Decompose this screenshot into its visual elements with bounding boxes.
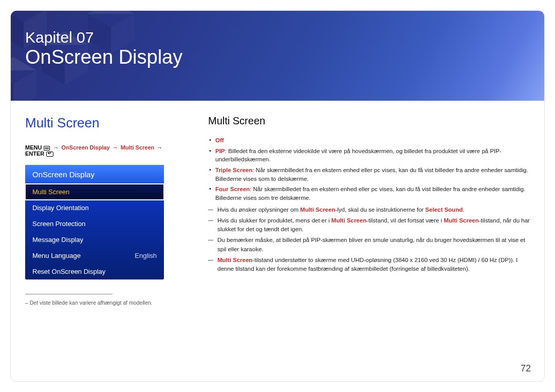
osd-header: OnScreen Display [25,165,164,184]
option-off: Off [208,136,530,145]
page-content: Multi Screen MENU → OnScreen Display → M… [11,101,544,306]
note-pip-unnatural: Du bemærker måske, at billedet på PIP-sk… [208,236,530,254]
breadcrumb-l2: Multi Screen [121,144,154,151]
option-label: Four Screen [215,186,250,192]
right-column: Multi Screen Off PIP: Billedet fra den e… [208,115,530,306]
osd-item-message-display[interactable]: Message Display [25,232,164,248]
chapter-name: OnScreen Display [25,47,182,68]
note-power-persist: Hvis du slukker for produktet, mens det … [208,216,530,234]
menu-breadcrumb: MENU → OnScreen Display → Multi Screen →… [25,144,179,157]
note-uhd-support: Multi Screen-tilstand understøtter to sk… [208,256,530,274]
note-text: Du bemærker måske, at billedet på PIP-sk… [217,237,525,252]
left-column: Multi Screen MENU → OnScreen Display → M… [25,115,179,306]
arrow-icon: → [52,144,60,151]
option-desc: : Når skærmbilledet fra en ekstern enhed… [215,167,528,182]
note-text: -lyd, skal du se instruktionerne for [335,207,425,213]
osd-item-screen-protection[interactable]: Screen Protection [25,216,164,232]
breadcrumb-l1: OnScreen Display [62,144,110,151]
note-text: . [462,207,464,213]
osd-item-label: Multi Screen [32,188,69,196]
option-desc: : Billedet fra den eksterne videokilde v… [215,148,502,163]
breadcrumb-menu: MENU [25,144,42,151]
note-text: -tilstand understøtter to skærme med UHD… [217,257,517,272]
note-keyword: Select Sound [425,207,463,213]
note-keyword: Multi Screen [331,217,366,223]
option-label: PIP [215,148,225,154]
divider [25,294,113,294]
enter-icon [46,152,53,157]
option-pip: PIP: Billedet fra den eksterne videokild… [208,147,530,164]
note-text: -tilstand, vil det fortsat være i [366,217,443,223]
option-label: Off [215,137,224,143]
manual-page: Kapitel 07 OnScreen Display Multi Screen… [10,10,545,382]
option-four-screen: Four Screen: Når skærmbilledet fra en ek… [208,185,530,202]
note-keyword: Multi Screen [443,217,478,223]
image-disclaimer: – Det viste billede kan variere afhængig… [25,300,179,306]
osd-item-label: Display Orientation [32,204,89,212]
page-number: 72 [521,363,531,374]
option-desc: : Når skærmbilledet fra en ekstern enhed… [215,186,525,201]
osd-item-label: Screen Protection [32,220,85,228]
subsection-title: Multi Screen [208,115,530,127]
note-text: Hvis du ønsker oplysninger om [217,207,300,213]
note-select-sound: Hvis du ønsker oplysninger om Multi Scre… [208,206,530,214]
option-list: Off PIP: Billedet fra den eksterne video… [208,136,530,202]
arrow-icon: → [112,144,119,151]
chapter-number: Kapitel 07 [25,28,182,47]
osd-item-label: Message Display [32,236,83,244]
note-list: Hvis du ønsker oplysninger om Multi Scre… [208,206,530,274]
osd-item-label: Menu Language [32,252,81,259]
option-triple-screen: Triple Screen: Når skærmbilledet fra en … [208,166,530,183]
menu-icon [44,146,50,151]
osd-item-reset-osd[interactable]: Reset OnScreen Display [25,264,164,279]
chapter-banner: Kapitel 07 OnScreen Display [11,11,544,101]
note-keyword: Multi Screen [300,207,335,213]
osd-item-multi-screen[interactable]: Multi Screen [25,184,164,200]
osd-item-label: Reset OnScreen Display [32,268,105,275]
option-label: Triple Screen [215,167,252,173]
note-keyword: Multi Screen [217,257,252,263]
chapter-title-block: Kapitel 07 OnScreen Display [25,28,182,68]
section-title: Multi Screen [25,115,179,131]
note-text: Hvis du slukker for produktet, mens det … [217,217,331,223]
breadcrumb-enter: ENTER [25,151,44,157]
arrow-icon: → [156,144,163,151]
osd-item-menu-language[interactable]: Menu Language English [25,248,164,264]
osd-menu: OnScreen Display Multi Screen Display Or… [25,165,164,279]
osd-item-value: English [135,252,157,259]
osd-item-display-orientation[interactable]: Display Orientation [25,200,164,216]
